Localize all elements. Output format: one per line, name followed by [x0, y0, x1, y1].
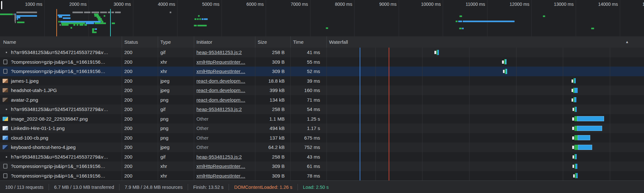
- table-row[interactable]: james-1.jpeg200jpegreact-dom.developm…18…: [0, 76, 644, 86]
- waterfall-bar: [574, 97, 576, 102]
- size-cell: 309 B: [255, 67, 285, 76]
- status-cell: 200: [124, 124, 156, 133]
- table-row[interactable]: ?compression=gzip-js&ip=1&_=16619156…200…: [0, 161, 644, 171]
- overview-bar: [462, 28, 464, 29]
- initiator-cell: Other: [196, 124, 254, 133]
- type-cell: gif: [160, 105, 193, 114]
- type-cell: png: [160, 95, 193, 105]
- table-row[interactable]: avatar-2.png200pngreact-dom.developm…134…: [0, 95, 644, 105]
- waterfall-bar: [572, 79, 573, 83]
- table-row[interactable]: image_2022-08-22_225335847.png200pngOthe…: [0, 114, 644, 124]
- initiator-link[interactable]: xmlHttpRequestInter…: [196, 171, 254, 181]
- timeline-label: 12000 ms: [510, 2, 529, 7]
- overview-bar: [58, 21, 60, 23]
- column-header-size[interactable]: Size: [258, 36, 267, 48]
- waterfall-bar: [438, 50, 439, 55]
- table-row[interactable]: LinkedIn-Hire-01-1-1.png200pngOther494 k…: [0, 124, 644, 133]
- initiator-link[interactable]: xmlHttpRequestInter…: [196, 161, 254, 171]
- column-header-type[interactable]: Type: [160, 36, 171, 48]
- table-row[interactable]: h?a=953481253&u=5245472145537279&v…200gi…: [0, 105, 644, 114]
- time-cell: 61 ms: [290, 161, 320, 171]
- header-column-divider: [194, 36, 194, 48]
- time-cell: 1.17 s: [290, 124, 320, 133]
- overview-bar: [204, 18, 208, 20]
- timeline-divider: [443, 0, 443, 36]
- column-header-status[interactable]: Status: [124, 36, 138, 48]
- request-name: ?compression=gzip-js&ip=1&_=16619156…: [11, 67, 120, 76]
- waterfall-bar: [572, 136, 574, 140]
- table-row[interactable]: headshot-utah-1.JPG200jpegreact-dom.deve…: [0, 86, 644, 95]
- initiator-link[interactable]: xmlHttpRequestInter…: [196, 67, 254, 76]
- status-cell: 200: [124, 105, 156, 114]
- status-cell: 200: [124, 48, 156, 57]
- timeline-divider: [266, 0, 266, 36]
- waterfall-bar: [574, 145, 578, 150]
- column-divider: [194, 48, 194, 180]
- initiator-link[interactable]: heap-953481253.js:2: [196, 152, 254, 162]
- overview-drag-handle[interactable]: [1, 1, 2, 9]
- initiator-link[interactable]: xmlHttpRequestInter…: [196, 57, 254, 67]
- image-thumbnail-icon: [3, 136, 8, 140]
- waterfall-bar: [577, 126, 602, 131]
- table-row[interactable]: ?compression=gzip-js&ip=1&_=16619156…200…: [0, 171, 644, 181]
- size-cell: 309 B: [255, 161, 285, 171]
- waterfall-bar: [577, 116, 604, 121]
- size-cell: 494 kB: [255, 124, 285, 133]
- gif-pixel-icon: [6, 52, 7, 53]
- initiator-link[interactable]: heap-953481253.js:2: [196, 105, 254, 114]
- column-header-time[interactable]: Time: [293, 36, 304, 48]
- waterfall-bar: [572, 146, 574, 149]
- table-row[interactable]: h?a=953481253&u=5245472145537279&v…200gi…: [0, 48, 644, 57]
- status-cell: 200: [124, 133, 156, 143]
- timeline-divider: [133, 0, 133, 36]
- waterfall-bar: [576, 164, 577, 169]
- status-cell: 200: [124, 161, 156, 171]
- image-thumbnail-icon: [3, 145, 8, 149]
- time-cell: 1.25 s: [290, 114, 320, 124]
- overview-bar: [456, 21, 458, 22]
- table-row[interactable]: keyboard-shortcut-hero-4.jpeg200jpegOthe…: [0, 142, 644, 152]
- waterfall-bar: [574, 135, 578, 140]
- column-header-name[interactable]: Name: [3, 36, 16, 48]
- request-name: image_2022-08-22_225335847.png: [11, 114, 120, 124]
- network-overview[interactable]: 1000 ms2000 ms3000 ms4000 ms5000 ms6000 …: [0, 0, 644, 37]
- table-row[interactable]: ?compression=gzip-js&ip=1&_=16619156…200…: [0, 57, 644, 67]
- xhr-document-icon: [3, 69, 7, 74]
- header-column-divider: [327, 36, 327, 48]
- initiator-link[interactable]: heap-953481253.js:2: [196, 48, 254, 57]
- overview-bar: [197, 25, 207, 26]
- column-header-waterfall[interactable]: Waterfall: [329, 36, 348, 48]
- request-name: ?compression=gzip-js&ip=1&_=16619156…: [11, 171, 120, 181]
- initiator-cell: Other: [196, 114, 254, 124]
- waterfall-dcl-line: [360, 48, 360, 180]
- waterfall-bar: [502, 60, 504, 64]
- waterfall-bar: [505, 59, 507, 64]
- request-name: avatar-2.png: [11, 95, 120, 105]
- time-cell: 54 ms: [290, 105, 320, 114]
- table-row[interactable]: cloud-100-cb.png200pngOther137 kB675 ms: [0, 133, 644, 143]
- overview-bar: [543, 15, 545, 17]
- initiator-link[interactable]: react-dom.developm…: [196, 76, 254, 86]
- sort-arrow-icon[interactable]: ▲: [625, 36, 629, 48]
- table-row[interactable]: h?a=953481253&u=5245472145537279&v…200gi…: [0, 152, 644, 162]
- initiator-link[interactable]: react-dom.developm…: [196, 86, 254, 95]
- initiator-link[interactable]: react-dom.developm…: [196, 95, 254, 105]
- timeline-label: 9000 ms: [379, 2, 397, 7]
- overview-bar: [59, 16, 62, 18]
- size-cell: 258 B: [255, 48, 285, 57]
- type-cell: xhr: [160, 67, 193, 76]
- table-row[interactable]: ?compression=gzip-js&ip=1&_=16619156…200…: [0, 67, 644, 76]
- waterfall-bar: [573, 155, 574, 159]
- gif-pixel-icon: [6, 109, 7, 110]
- timeline-divider: [399, 0, 399, 36]
- type-cell: jpeg: [160, 86, 193, 95]
- overview-bar: [170, 12, 171, 13]
- timeline-divider: [89, 0, 89, 36]
- timeline-label: 6000 ms: [246, 2, 264, 7]
- overview-bar: [459, 28, 462, 29]
- overview-bar: [73, 24, 75, 26]
- column-header-initiator[interactable]: Initiator: [196, 36, 212, 48]
- request-name: ?compression=gzip-js&ip=1&_=16619156…: [11, 57, 120, 67]
- timeline-divider: [222, 0, 222, 36]
- size-cell: 18.8 kB: [255, 76, 285, 86]
